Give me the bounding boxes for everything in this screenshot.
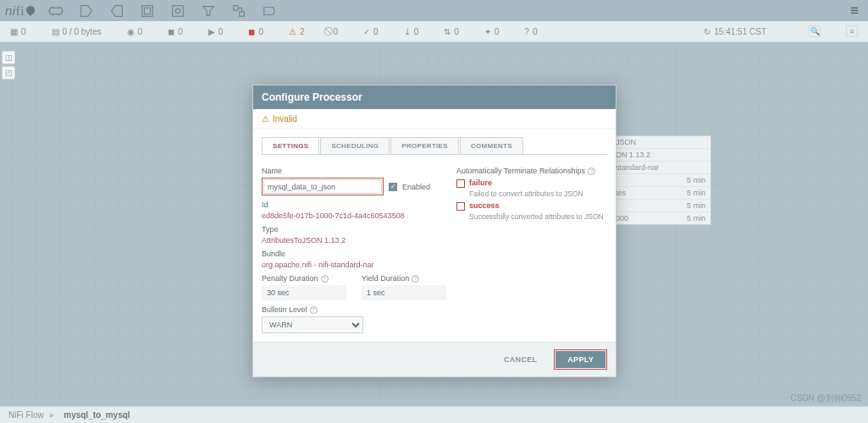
app-toolbar: nifi ≡ <box>0 0 868 21</box>
enabled-checkbox[interactable]: ✓Enabled <box>389 183 430 191</box>
status-uptodate: ✓0 <box>363 27 379 36</box>
status-stale: ⤓0 <box>404 27 419 36</box>
breadcrumb-root[interactable]: NiFi Flow <box>8 410 44 420</box>
tab-scheduling[interactable]: SCHEDULING <box>320 137 390 154</box>
svg-rect-1 <box>142 5 153 16</box>
status-refresh-time: ↻15:41:51 CST <box>704 27 766 36</box>
funnel-icon[interactable] <box>199 2 218 20</box>
success-desc: Successfully converted attributes to JSO… <box>469 212 607 221</box>
status-invalid: ⚠2 <box>289 27 305 36</box>
failure-desc: Failed to convert attributes to JSON <box>469 190 607 198</box>
penalty-label: Penalty Duration? <box>262 274 346 283</box>
apply-highlight: APPLY <box>554 349 607 370</box>
name-input[interactable] <box>263 179 382 194</box>
yield-label: Yield Duration? <box>362 274 446 283</box>
app-logo: nifi <box>5 3 35 19</box>
id-value: ed8de5fe-017b-1000-7c1d-4a4c60543508 <box>262 212 446 220</box>
processor-icon[interactable] <box>47 2 65 20</box>
process-group-icon[interactable] <box>138 2 157 20</box>
svg-rect-6 <box>240 11 244 15</box>
dialog-tabs: SETTINGS SCHEDULING PROPERTIES COMMENTS <box>253 132 616 154</box>
id-label: Id <box>262 201 446 209</box>
svg-rect-0 <box>50 8 62 14</box>
remote-group-icon[interactable] <box>169 2 187 20</box>
yield-input[interactable] <box>362 285 446 300</box>
failure-checkbox[interactable] <box>456 179 465 188</box>
invalid-alert: Invalid <box>253 109 616 129</box>
status-local: ✦0 <box>484 27 500 36</box>
status-queued: ▦0 <box>10 27 26 36</box>
svg-point-4 <box>175 8 180 13</box>
breadcrumb-current[interactable]: mysql_to_mysql <box>64 410 130 420</box>
status-ver: ?0 <box>524 27 537 36</box>
hamburger-menu-icon[interactable]: ≡ <box>850 3 863 19</box>
template-icon[interactable] <box>229 2 248 20</box>
bundle-label: Bundle <box>262 250 446 258</box>
zoom-in-icon[interactable]: ◫ <box>2 51 15 64</box>
processor-card[interactable]: JSON ON 1.13.2 standard-nar 5 min tes5 m… <box>610 135 711 225</box>
penalty-input[interactable] <box>262 285 346 300</box>
configure-processor-dialog: Configure Processor Invalid SETTINGS SCH… <box>252 85 616 377</box>
status-disabled: ⃠0 <box>330 26 339 36</box>
watermark: CSDN @刘帅0952 <box>790 393 861 404</box>
input-port-icon[interactable] <box>77 2 96 20</box>
relationship-failure[interactable]: failure <box>456 179 607 188</box>
tab-settings[interactable]: SETTINGS <box>262 137 319 154</box>
auto-terminate-label: Automatically Terminate Relationships? <box>456 167 607 175</box>
success-checkbox[interactable] <box>456 202 465 211</box>
svg-rect-3 <box>173 5 184 16</box>
relationship-success[interactable]: success <box>456 201 607 211</box>
type-value: AttributesToJSON 1.13.2 <box>262 236 446 244</box>
search-icon[interactable]: 🔍 <box>809 25 821 37</box>
settings-left-column: Name ✓Enabled Id ed8de5fe-017b-1000-7c1d… <box>262 162 446 333</box>
bulletin-icon[interactable]: ≡ <box>846 25 858 37</box>
tab-properties[interactable]: PROPERTIES <box>390 137 459 154</box>
status-stopped: ◼0 <box>248 27 263 36</box>
status-sync: ⇅0 <box>444 27 459 36</box>
dialog-title: Configure Processor <box>253 85 616 109</box>
zoom-out-icon[interactable]: ◰ <box>2 66 15 80</box>
status-rw: ◼0 <box>168 27 183 36</box>
bundle-value: org.apache.nifi - nifi-standard-nar <box>262 261 446 269</box>
dialog-footer: CANCEL APPLY <box>253 342 616 376</box>
operate-palette: ◫ ◰ <box>2 51 15 80</box>
cancel-button[interactable]: CANCEL <box>492 349 549 370</box>
output-port-icon[interactable] <box>108 2 126 20</box>
breadcrumb: NiFi Flow » mysql_to_mysql <box>0 406 868 423</box>
status-bytes: ▤0 / 0 bytes <box>52 27 102 36</box>
svg-rect-5 <box>234 5 238 9</box>
name-label: Name <box>262 167 446 175</box>
status-bar: ▦0 ▤0 / 0 bytes ◉0 ◼0 ▶0 ◼0 ⚠2 ⃠0 ✓0 ⤓0 … <box>0 21 868 42</box>
tab-comments[interactable]: COMMENTS <box>460 137 523 154</box>
status-running: ▶0 <box>208 27 224 36</box>
type-label: Type <box>262 225 446 233</box>
apply-button[interactable]: APPLY <box>556 351 605 368</box>
settings-right-column: Automatically Terminate Relationships? f… <box>456 162 607 333</box>
svg-rect-2 <box>144 8 150 14</box>
bulletin-label: Bulletin Level? <box>262 305 446 314</box>
label-icon[interactable] <box>260 2 279 20</box>
status-in: ◉0 <box>127 27 143 36</box>
name-highlight <box>262 178 384 195</box>
bulletin-select[interactable]: WARN <box>262 316 363 333</box>
